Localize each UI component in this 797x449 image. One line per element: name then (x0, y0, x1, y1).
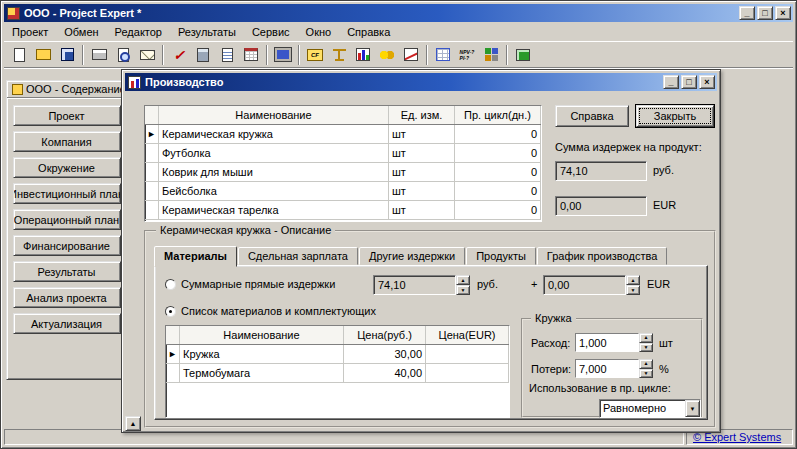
content-panel-body: Проект Компания Окружение Инвестиционный… (7, 98, 126, 334)
sidebar-item-project[interactable]: Проект (13, 105, 121, 126)
sidebar-item-investment-plan[interactable]: Инвестиционный план (13, 183, 121, 204)
toolbar-check-button[interactable]: ✓ (167, 43, 191, 66)
dialog-left-scrollbar[interactable]: ▲ (125, 91, 142, 431)
radio-materials-list[interactable] (165, 306, 176, 317)
table-row[interactable]: ► Кружка 30,00 (166, 345, 509, 364)
spin-up-button[interactable]: ▲ (456, 275, 470, 285)
table-row[interactable]: ► Керамическая кружка шт 0 (145, 125, 541, 144)
sum-rub-field: 74,10 (555, 161, 647, 181)
minimize-button[interactable]: _ (739, 6, 755, 20)
toolbar-open-button[interactable] (31, 43, 55, 66)
row-marker-icon: ► (145, 125, 159, 143)
sidebar-item-actualization[interactable]: Актуализация (13, 313, 121, 334)
menu-editor[interactable]: Редактор (107, 24, 170, 40)
menu-results[interactable]: Результаты (170, 24, 244, 40)
total-eur-value[interactable]: 0,00 (543, 275, 626, 295)
tab-products[interactable]: Продукты (466, 247, 536, 265)
spin-down-button[interactable]: ▼ (639, 369, 653, 379)
spin-down-button[interactable]: ▼ (639, 343, 653, 353)
dialog-title: Производство (145, 76, 223, 88)
product-unit: шт (389, 163, 455, 181)
spin-up-button[interactable]: ▲ (639, 359, 653, 369)
toolbar-chart-button[interactable] (351, 43, 375, 66)
product-cycle: 0 (455, 144, 541, 162)
menu-window[interactable]: Окно (298, 24, 340, 40)
printer-icon (92, 49, 107, 60)
column-header-price-eur: Цена(EUR) (426, 326, 509, 344)
usage-combobox[interactable]: Равномерно ▼ (599, 399, 701, 418)
help-button[interactable]: Справка (555, 105, 629, 127)
row-selector-header (145, 106, 159, 124)
sidebar-item-results[interactable]: Результаты (13, 261, 121, 282)
toolbar-preview-button[interactable] (111, 43, 135, 66)
toolbar-mail-button[interactable] (135, 43, 159, 66)
production-dialog-icon (128, 76, 141, 89)
toolbar-calendar-button[interactable] (239, 43, 263, 66)
spin-up-button[interactable]: ▲ (639, 333, 653, 343)
calculator-icon (197, 48, 209, 62)
dialog-minimize-button[interactable]: _ (663, 75, 679, 89)
tab-materials[interactable]: Материалы (154, 246, 237, 267)
table-row[interactable]: Керамическая тарелка шт 0 (145, 201, 541, 220)
toolbar-table-button[interactable] (431, 43, 455, 66)
toolbar-text-report-button[interactable] (215, 43, 239, 66)
toolbar-whatif-button[interactable] (479, 43, 503, 66)
toolbar-scales-button[interactable] (327, 43, 351, 66)
sidebar-item-financing[interactable]: Финансирование (13, 235, 121, 256)
product-name: Керамическая кружка (159, 125, 389, 143)
menu-service[interactable]: Сервис (244, 24, 298, 40)
toolbar-new-button[interactable] (7, 43, 31, 66)
description-group-label: Керамическая кружка - Описание (156, 224, 335, 237)
menu-help[interactable]: Справка (339, 24, 398, 40)
scroll-up-button[interactable]: ▲ (125, 416, 141, 431)
what-if-icon (485, 48, 498, 61)
losses-input[interactable] (576, 360, 638, 377)
sidebar-item-project-analysis[interactable]: Анализ проекта (13, 287, 121, 308)
close-dialog-button[interactable]: Закрыть (636, 105, 714, 127)
product-unit: шт (389, 144, 455, 162)
scales-icon (333, 49, 346, 61)
dropdown-icon[interactable]: ▼ (685, 400, 700, 417)
products-table-header: Наименование Ед. изм. Пр. цикл(дн.) (145, 106, 541, 125)
spin-up-button[interactable]: ▲ (626, 275, 640, 285)
spin-down-button[interactable]: ▼ (456, 285, 470, 295)
column-header-cycle: Пр. цикл(дн.) (455, 106, 541, 124)
sidebar-item-environment[interactable]: Окружение (13, 157, 121, 178)
toolbar-exit-button[interactable] (511, 43, 535, 66)
sidebar-item-operational-plan[interactable]: Операционный план (13, 209, 121, 230)
row-selector (145, 144, 159, 162)
toolbar: ✓ CF NPV-? PI-? (4, 41, 793, 68)
toolbar-money-button[interactable] (375, 43, 399, 66)
dialog-close-button[interactable]: × (699, 75, 715, 89)
dialog-maximize-button[interactable]: □ (681, 75, 697, 89)
sidebar-item-company[interactable]: Компания (13, 131, 121, 152)
tab-production-schedule[interactable]: График производства (537, 247, 667, 265)
spin-down-button[interactable]: ▼ (626, 285, 640, 295)
table-row[interactable]: Бейсболка шт 0 (145, 182, 541, 201)
total-eur-spinedit: 0,00 ▲ ▼ (543, 275, 640, 295)
line-graph-icon (404, 48, 418, 61)
maximize-button[interactable]: □ (757, 6, 773, 20)
toolbar-save-button[interactable] (55, 43, 79, 66)
product-unit: шт (389, 201, 455, 219)
menu-exchange[interactable]: Обмен (56, 24, 106, 40)
toolbar-npv-button[interactable]: NPV-? PI-? (455, 43, 479, 66)
table-row[interactable]: Футболка шт 0 (145, 144, 541, 163)
table-row[interactable]: Коврик для мыши шт 0 (145, 163, 541, 182)
losses-label: Потери: (531, 363, 571, 375)
tab-other-costs[interactable]: Другие издержки (359, 247, 465, 265)
toolbar-display-button[interactable] (271, 43, 295, 66)
consumption-input[interactable] (576, 334, 638, 351)
table-row[interactable]: Термобумага 40,00 (166, 364, 509, 383)
close-button[interactable]: × (775, 6, 791, 20)
radio-total-costs[interactable] (165, 279, 176, 290)
toolbar-recalc-button[interactable] (191, 43, 215, 66)
toolbar-print-button[interactable] (87, 43, 111, 66)
product-cycle: 0 (455, 201, 541, 219)
total-rub-value[interactable]: 74,10 (373, 275, 456, 295)
toolbar-graph-button[interactable] (399, 43, 423, 66)
tab-piece-wage[interactable]: Сдельная зарплата (238, 247, 358, 265)
production-dialog: Производство _ □ × ▲ Наименование Ед. из… (121, 69, 721, 433)
toolbar-cashflow-button[interactable]: CF (303, 43, 327, 66)
menu-project[interactable]: Проект (4, 24, 56, 40)
